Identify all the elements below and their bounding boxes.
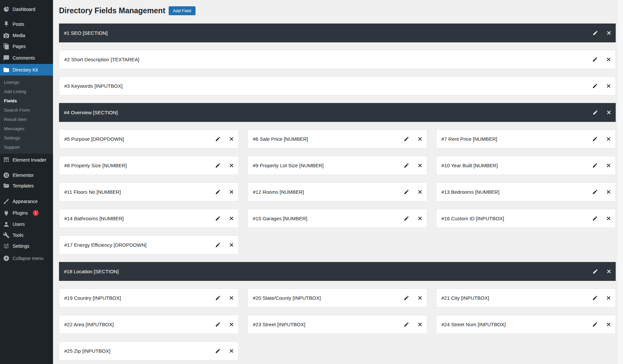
delete-field-button[interactable] bbox=[605, 188, 612, 196]
edit-field-button[interactable] bbox=[592, 268, 599, 275]
edit-field-button[interactable] bbox=[592, 109, 599, 116]
submenu-item-search-form[interactable]: Search Form bbox=[0, 106, 53, 115]
sidebar-item-collapse-menu[interactable]: Collapse menu bbox=[0, 253, 53, 264]
edit-field-button[interactable] bbox=[591, 294, 598, 302]
sidebar-item-posts[interactable]: Posts bbox=[0, 19, 53, 30]
sidebar-item-templates[interactable]: Templates bbox=[0, 180, 53, 191]
edit-field-button[interactable] bbox=[403, 135, 410, 143]
delete-field-button[interactable] bbox=[605, 294, 612, 302]
edit-field-button[interactable] bbox=[214, 241, 221, 249]
delete-field-button[interactable] bbox=[416, 135, 424, 143]
delete-field-button[interactable] bbox=[416, 188, 424, 196]
field-row[interactable]: #2 Short Description [TEXTAREA] bbox=[59, 50, 616, 69]
delete-field-button[interactable] bbox=[605, 215, 612, 222]
field-row[interactable]: #16 Custom ID [INPUTBOX] bbox=[436, 209, 616, 228]
delete-field-button[interactable] bbox=[228, 294, 235, 302]
submenu-item-messages[interactable]: Messages bbox=[0, 124, 53, 133]
sidebar-item-elementor[interactable]: Elementor bbox=[0, 170, 53, 181]
edit-field-button[interactable] bbox=[214, 347, 221, 355]
field-row[interactable]: #20 State/County [INPUTBOX] bbox=[248, 288, 427, 307]
delete-field-button[interactable] bbox=[228, 241, 235, 249]
edit-field-button[interactable] bbox=[591, 135, 598, 143]
field-row[interactable]: #14 Bathrooms [NUMBER] bbox=[59, 209, 239, 228]
delete-field-button[interactable] bbox=[416, 215, 424, 222]
edit-field-button[interactable] bbox=[214, 294, 221, 302]
edit-field-button[interactable] bbox=[214, 162, 221, 169]
submenu-item-settings[interactable]: Settings bbox=[0, 133, 53, 143]
sidebar-item-media[interactable]: Media bbox=[0, 30, 53, 41]
delete-field-button[interactable] bbox=[228, 347, 235, 355]
delete-field-button[interactable] bbox=[228, 135, 235, 143]
edit-field-button[interactable] bbox=[403, 215, 410, 222]
delete-field-button[interactable] bbox=[228, 188, 235, 196]
field-row[interactable]: #5 Purpose [DROPDOWN] bbox=[59, 130, 239, 148]
delete-field-button[interactable] bbox=[605, 162, 612, 169]
field-row[interactable]: #17 Energy Efficiency [DROPDOWN] bbox=[59, 235, 239, 254]
submenu-item-add-listing[interactable]: Add Listing bbox=[0, 87, 53, 96]
edit-field-button[interactable] bbox=[214, 215, 221, 222]
delete-field-button[interactable] bbox=[228, 162, 235, 169]
delete-field-button[interactable] bbox=[605, 135, 612, 143]
sidebar-item-users[interactable]: Users bbox=[0, 219, 53, 230]
field-row-section[interactable]: #1 SEO [SECTION] bbox=[59, 24, 616, 42]
edit-field-button[interactable] bbox=[214, 188, 221, 196]
sidebar-item-comments[interactable]: Comments bbox=[0, 52, 53, 64]
edit-field-button[interactable] bbox=[591, 188, 598, 196]
field-row[interactable]: #23 Street [INPUTBOX] bbox=[248, 315, 427, 334]
field-row[interactable]: #10 Year Built [NUMBER] bbox=[436, 156, 616, 175]
edit-field-button[interactable] bbox=[591, 56, 598, 63]
add-field-button[interactable]: Add Field bbox=[169, 6, 196, 15]
edit-field-button[interactable] bbox=[591, 215, 598, 222]
edit-field-button[interactable] bbox=[403, 294, 410, 302]
delete-field-button[interactable] bbox=[416, 162, 424, 169]
field-row[interactable]: #15 Garages [NUMBER] bbox=[248, 209, 427, 228]
field-row[interactable]: #12 Rooms [NUMBER] bbox=[248, 182, 427, 201]
delete-field-button[interactable] bbox=[605, 29, 612, 37]
field-row[interactable]: #19 Country [INPUTBOX] bbox=[59, 288, 239, 307]
delete-field-button[interactable] bbox=[605, 82, 612, 90]
delete-field-button[interactable] bbox=[416, 321, 424, 328]
field-row[interactable]: #7 Rent Price [NUMBER] bbox=[436, 130, 616, 148]
field-row[interactable]: #9 Property Lot Size [NUMBER] bbox=[248, 156, 427, 175]
submenu-item-result-item[interactable]: Result Item bbox=[0, 115, 53, 124]
sidebar-item-appearance[interactable]: Appearance bbox=[0, 196, 53, 207]
delete-field-button[interactable] bbox=[605, 56, 612, 63]
delete-field-button[interactable] bbox=[416, 294, 424, 302]
edit-field-button[interactable] bbox=[214, 321, 221, 328]
edit-field-button[interactable] bbox=[403, 321, 410, 328]
edit-field-button[interactable] bbox=[591, 321, 598, 328]
sidebar-item-directory-kit[interactable]: Directory Kit bbox=[0, 64, 53, 76]
edit-field-button[interactable] bbox=[592, 29, 599, 37]
delete-field-button[interactable] bbox=[605, 109, 612, 116]
edit-field-button[interactable] bbox=[403, 188, 410, 196]
sidebar-item-settings[interactable]: Settings bbox=[0, 240, 53, 252]
field-row[interactable]: #22 Area [INPUTBOX] bbox=[59, 315, 239, 334]
sidebar-item-plugins[interactable]: Plugins1 bbox=[0, 207, 53, 219]
field-row[interactable]: #13 Bedrooms [NUMBER] bbox=[436, 182, 616, 201]
edit-field-button[interactable] bbox=[214, 135, 221, 143]
edit-field-button[interactable] bbox=[591, 162, 598, 169]
field-row[interactable]: #8 Property Size [NUMBER] bbox=[59, 156, 239, 175]
field-row[interactable]: #24 Street Num [INPUTBOX] bbox=[436, 315, 616, 334]
submenu-item-listings[interactable]: Listings bbox=[0, 78, 53, 87]
field-row[interactable]: #21 City [INPUTBOX] bbox=[436, 288, 616, 307]
sidebar-item-dashboard[interactable]: Dashboard bbox=[0, 4, 53, 15]
field-row[interactable]: #11 Floors No [NUMBER] bbox=[59, 182, 239, 201]
edit-field-button[interactable] bbox=[403, 162, 410, 169]
sidebar-item-tools[interactable]: Tools bbox=[0, 230, 53, 241]
submenu-item-support[interactable]: Support bbox=[0, 143, 53, 152]
submenu-item-fields[interactable]: Fields bbox=[0, 96, 53, 106]
field-row-section[interactable]: #4 Overview [SECTION] bbox=[59, 103, 616, 122]
field-row[interactable]: #3 Keywords [INPUTBOX] bbox=[59, 77, 616, 95]
vertical-scrollbar[interactable] bbox=[617, 0, 623, 364]
field-row-section[interactable]: #18 Location [SECTION] bbox=[59, 262, 616, 281]
edit-field-button[interactable] bbox=[591, 82, 598, 90]
delete-field-button[interactable] bbox=[605, 321, 612, 328]
delete-field-button[interactable] bbox=[228, 215, 235, 222]
field-row[interactable]: #25 Zip [INPUTBOX] bbox=[59, 341, 239, 360]
delete-field-button[interactable] bbox=[605, 268, 612, 275]
delete-field-button[interactable] bbox=[228, 321, 235, 328]
field-row[interactable]: #6 Sale Price [NUMBER] bbox=[248, 130, 427, 148]
sidebar-item-pages[interactable]: Pages bbox=[0, 41, 53, 52]
sidebar-item-element-invader[interactable]: Element Invader bbox=[0, 154, 53, 166]
